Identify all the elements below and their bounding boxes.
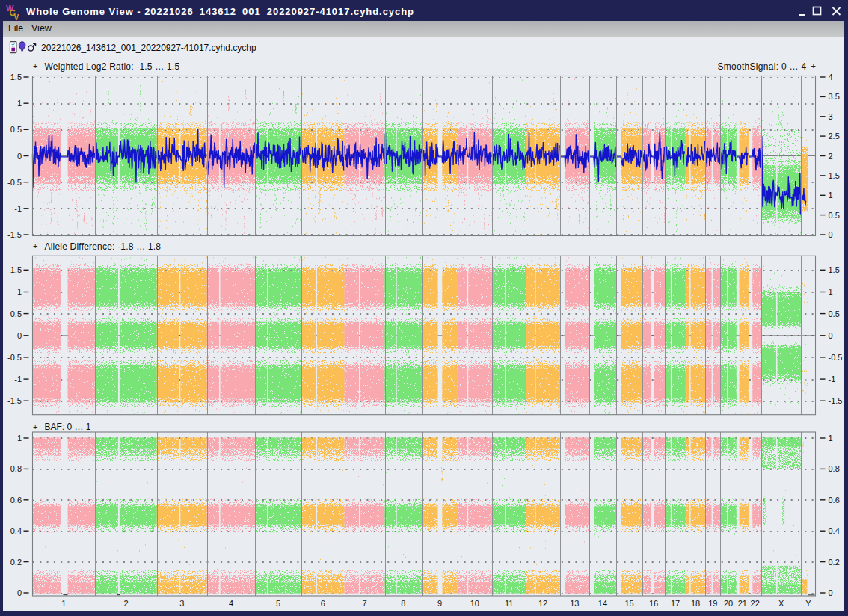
svg-text:0.6: 0.6	[829, 496, 840, 505]
svg-text:+: +	[33, 422, 37, 431]
svg-text:1: 1	[829, 191, 833, 200]
svg-text:0: 0	[829, 331, 833, 340]
svg-text:1: 1	[829, 434, 833, 443]
svg-text:-1.5: -1.5	[7, 396, 22, 405]
svg-text:18: 18	[691, 599, 700, 608]
svg-text:7: 7	[363, 599, 367, 608]
svg-text:0.5: 0.5	[829, 211, 840, 220]
svg-text:15: 15	[624, 599, 633, 608]
svg-text:4: 4	[229, 599, 233, 608]
svg-text:1: 1	[17, 434, 22, 443]
svg-text:8: 8	[401, 599, 405, 608]
svg-text:2.5: 2.5	[829, 132, 840, 141]
svg-text:Y: Y	[805, 599, 811, 608]
svg-text:2: 2	[123, 599, 128, 608]
svg-text:-0.5: -0.5	[7, 353, 22, 362]
svg-text:9: 9	[437, 599, 442, 608]
svg-text:14: 14	[598, 599, 607, 608]
svg-text:2: 2	[829, 152, 833, 161]
svg-text:21: 21	[738, 599, 747, 608]
svg-text:11: 11	[505, 599, 513, 608]
svg-text:-0.5: -0.5	[7, 178, 22, 187]
svg-text:0: 0	[829, 230, 833, 239]
svg-text:0.2: 0.2	[10, 558, 22, 567]
svg-text:1.5: 1.5	[829, 171, 840, 180]
svg-text:1: 1	[17, 287, 22, 296]
svg-text:0.4: 0.4	[10, 526, 22, 535]
svg-text:3.5: 3.5	[829, 92, 840, 101]
svg-text:1.5: 1.5	[829, 265, 840, 274]
svg-text:10: 10	[470, 599, 479, 608]
svg-text:3: 3	[829, 112, 833, 121]
svg-text:5: 5	[276, 599, 280, 608]
svg-text:-1.5: -1.5	[829, 396, 843, 405]
svg-text:0.8: 0.8	[10, 464, 22, 473]
svg-text:+: +	[33, 61, 37, 70]
svg-text:0.5: 0.5	[10, 309, 22, 318]
svg-text:1: 1	[61, 599, 66, 608]
svg-text:16: 16	[649, 599, 658, 608]
svg-text:Allele Difference: -1.8 … 1.8: Allele Difference: -1.8 … 1.8	[45, 241, 162, 252]
svg-text:19: 19	[708, 599, 717, 608]
svg-text:22: 22	[751, 599, 760, 608]
svg-text:3: 3	[179, 599, 184, 608]
svg-text:-0.5: -0.5	[829, 353, 843, 362]
svg-text:0.8: 0.8	[829, 464, 840, 473]
svg-text:13: 13	[570, 599, 579, 608]
svg-text:0.5: 0.5	[10, 125, 22, 134]
svg-text:17: 17	[671, 599, 680, 608]
svg-text:Weighted Log2 Ratio: -1.5 … 1.: Weighted Log2 Ratio: -1.5 … 1.5	[45, 61, 180, 72]
svg-text:0.6: 0.6	[10, 496, 22, 505]
svg-text:0: 0	[17, 331, 22, 340]
svg-text:4: 4	[829, 73, 833, 81]
svg-text:X: X	[778, 599, 784, 608]
svg-text:1.5: 1.5	[10, 265, 22, 274]
svg-text:0: 0	[829, 588, 833, 597]
svg-text:20: 20	[724, 599, 733, 608]
svg-text:6: 6	[321, 599, 325, 608]
svg-text:1: 1	[17, 99, 22, 108]
svg-text:1.5: 1.5	[10, 73, 22, 81]
svg-text:SmoothSignal: 0 … 4: SmoothSignal: 0 … 4	[717, 61, 806, 72]
svg-text:BAF: 0 … 1: BAF: 0 … 1	[45, 422, 91, 432]
svg-text:0.4: 0.4	[829, 526, 840, 535]
svg-text:0: 0	[17, 588, 22, 597]
svg-text:+: +	[811, 61, 816, 70]
svg-text:0: 0	[17, 152, 22, 161]
svg-text:12: 12	[538, 599, 547, 608]
svg-text:-1: -1	[829, 375, 836, 384]
svg-text:-1: -1	[14, 204, 22, 213]
svg-text:0.2: 0.2	[829, 558, 840, 567]
svg-text:-1.5: -1.5	[7, 230, 22, 239]
svg-text:-1: -1	[14, 375, 22, 384]
svg-text:1: 1	[829, 287, 833, 296]
svg-text:+: +	[33, 241, 37, 250]
svg-text:0.5: 0.5	[829, 309, 840, 318]
